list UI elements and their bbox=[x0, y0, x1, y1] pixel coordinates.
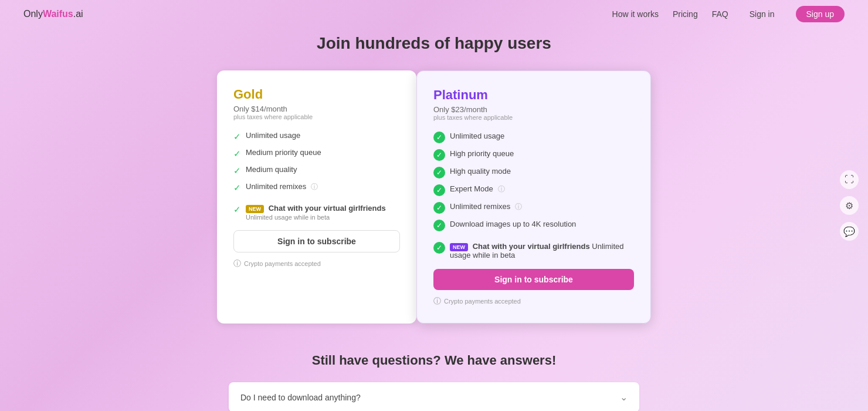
side-icons: ⛶ ⚙ 💬 bbox=[840, 170, 859, 241]
settings-icon[interactable]: ⚙ bbox=[840, 196, 859, 215]
gold-feature-3: ✓ Unlimited remixes ⓘ bbox=[233, 182, 400, 193]
platinum-crypto-note: ⓘ Crypto payments accepted bbox=[433, 296, 634, 306]
how-it-works-link[interactable]: How it works bbox=[612, 9, 659, 19]
faq-download[interactable]: Do I need to download anything? ⌄ bbox=[229, 382, 639, 411]
platinum-feature-3-text: Expert Mode bbox=[450, 184, 493, 193]
signup-button[interactable]: Sign up bbox=[796, 6, 845, 22]
platinum-plan-price-sub: plus taxes where applicable bbox=[433, 114, 634, 121]
new-badge-platinum: NEW bbox=[450, 243, 468, 251]
info-icon-remixes[interactable]: ⓘ bbox=[515, 202, 522, 212]
platinum-feature-5: ✓ Download images up to 4K resolution bbox=[433, 220, 634, 231]
platinum-plan-name: Platinum bbox=[433, 87, 634, 103]
gold-plan-name: Gold bbox=[233, 87, 400, 102]
gold-crypto-label: Crypto payments accepted bbox=[244, 260, 321, 267]
platinum-feature-4-text: Unlimited remixes bbox=[450, 202, 510, 211]
gold-feature-2-text: Medium quality bbox=[246, 165, 297, 174]
fullscreen-icon[interactable]: ⛶ bbox=[840, 170, 859, 189]
platinum-feature-3: ✓ Expert Mode ⓘ bbox=[433, 184, 634, 196]
gold-plan-price: Only $14/month bbox=[233, 105, 400, 113]
crypto-icon-gold: ⓘ bbox=[233, 258, 241, 269]
platinum-feature-2-text: High quality mode bbox=[450, 167, 511, 176]
gold-features: ✓ Unlimited usage ✓ Medium priority queu… bbox=[233, 131, 400, 193]
faq-download-question: Do I need to download anything? bbox=[240, 393, 361, 402]
crypto-icon-platinum: ⓘ bbox=[433, 296, 441, 306]
platinum-feature-1: ✓ High priority queue bbox=[433, 149, 634, 161]
pricing-cards: Gold Only $14/month plus taxes where app… bbox=[170, 70, 698, 324]
check-icon: ✓ bbox=[233, 132, 241, 142]
gold-plan-price-sub: plus taxes where applicable bbox=[233, 113, 400, 120]
faq-section: Still have questions? We have answers! D… bbox=[229, 353, 639, 411]
platinum-feature-1-text: High priority queue bbox=[450, 149, 514, 158]
check-icon: ✓ bbox=[233, 166, 241, 176]
chat-icon[interactable]: 💬 bbox=[840, 222, 859, 241]
gold-feature-3-text: Unlimited remixes bbox=[246, 182, 306, 191]
signin-button[interactable]: Sign in bbox=[742, 6, 782, 22]
gold-chat-label: Chat with your virtual girlfriends bbox=[269, 204, 386, 213]
platinum-chat-feature: ✓ NEW Chat with your virtual girlfriends… bbox=[433, 242, 634, 260]
gold-chat-sub: Unlimited usage while in beta bbox=[246, 214, 386, 221]
circle-check-icon: ✓ bbox=[433, 149, 445, 161]
gold-crypto-note: ⓘ Crypto payments accepted bbox=[233, 258, 400, 269]
logo[interactable]: OnlyWaifus.ai bbox=[23, 9, 83, 19]
info-icon[interactable]: ⓘ bbox=[311, 182, 318, 192]
circle-check-icon: ✓ bbox=[433, 202, 445, 214]
navbar: OnlyWaifus.ai How it works Pricing FAQ S… bbox=[0, 0, 868, 28]
check-icon: ✓ bbox=[233, 204, 241, 215]
gold-plan-card: Gold Only $14/month plus taxes where app… bbox=[217, 70, 416, 324]
logo-only: Only bbox=[23, 9, 43, 19]
platinum-plan-card: Platinum Only $23/month plus taxes where… bbox=[416, 70, 651, 324]
check-icon: ✓ bbox=[233, 149, 241, 159]
faq-nav-link[interactable]: FAQ bbox=[712, 9, 728, 19]
platinum-subscribe-button[interactable]: Sign in to subscribe bbox=[433, 269, 634, 290]
platinum-feature-5-text: Download images up to 4K resolution bbox=[450, 220, 576, 228]
circle-check-icon: ✓ bbox=[433, 167, 445, 178]
gold-subscribe-button[interactable]: Sign in to subscribe bbox=[233, 230, 400, 252]
gold-feature-0-text: Unlimited usage bbox=[246, 131, 300, 140]
platinum-chat-label: Chat with your virtual girlfriends bbox=[473, 242, 590, 251]
faq-title: Still have questions? We have answers! bbox=[229, 353, 639, 368]
gold-feature-1: ✓ Medium priority queue bbox=[233, 148, 400, 159]
pricing-link[interactable]: Pricing bbox=[673, 9, 698, 19]
platinum-feature-4: ✓ Unlimited remixes ⓘ bbox=[433, 202, 634, 214]
circle-check-icon: ✓ bbox=[433, 132, 445, 143]
platinum-chat-text: NEW Chat with your virtual girlfriends U… bbox=[450, 242, 634, 260]
platinum-features: ✓ Unlimited usage ✓ High priority queue … bbox=[433, 132, 634, 231]
page-title: Join hundreds of happy users bbox=[23, 34, 845, 53]
logo-ai: .ai bbox=[73, 9, 83, 19]
main-content: Join hundreds of happy users Gold Only $… bbox=[0, 28, 868, 411]
platinum-feature-0-text: Unlimited usage bbox=[450, 132, 504, 140]
gold-chat-feature: ✓ NEW Chat with your virtual girlfriends… bbox=[233, 204, 400, 221]
gold-feature-2: ✓ Medium quality bbox=[233, 165, 400, 176]
circle-check-icon: ✓ bbox=[433, 184, 445, 196]
platinum-feature-2: ✓ High quality mode bbox=[433, 167, 634, 178]
gold-feature-1-text: Medium priority queue bbox=[246, 148, 321, 157]
circle-check-icon: ✓ bbox=[433, 220, 445, 231]
platinum-feature-0: ✓ Unlimited usage bbox=[433, 132, 634, 143]
logo-waifus: Waifus bbox=[43, 9, 73, 19]
nav-links: How it works Pricing FAQ Sign in Sign up bbox=[612, 6, 845, 22]
chevron-down-icon: ⌄ bbox=[620, 392, 628, 403]
gold-feature-0: ✓ Unlimited usage bbox=[233, 131, 400, 142]
check-icon: ✓ bbox=[233, 183, 241, 193]
info-icon-expert[interactable]: ⓘ bbox=[498, 184, 505, 194]
platinum-crypto-label: Crypto payments accepted bbox=[444, 298, 521, 305]
platinum-plan-price: Only $23/month bbox=[433, 105, 634, 114]
gold-chat-text: NEW Chat with your virtual girlfriends U… bbox=[246, 204, 386, 221]
circle-check-icon: ✓ bbox=[433, 242, 445, 254]
new-badge-gold: NEW bbox=[246, 205, 264, 213]
